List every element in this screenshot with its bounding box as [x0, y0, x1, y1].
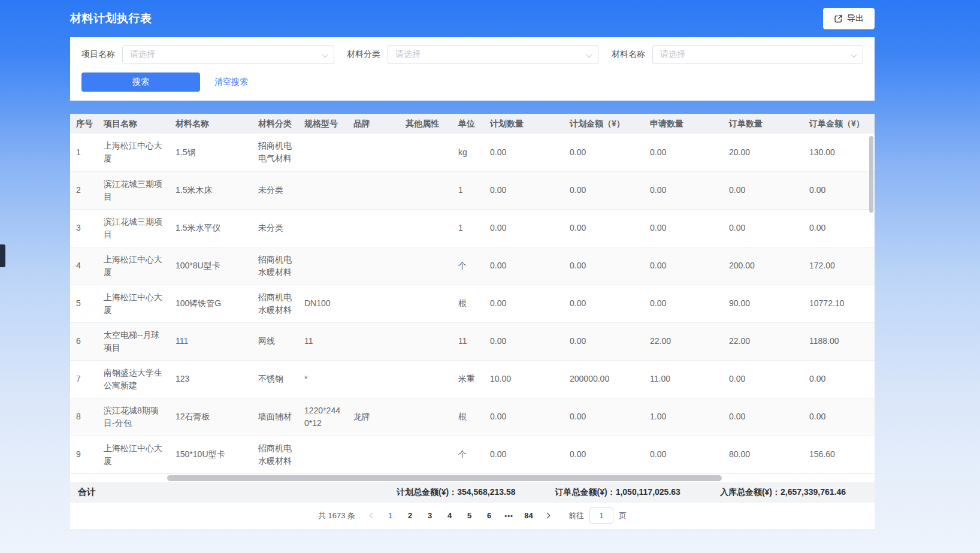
column-header: 单位	[452, 114, 484, 134]
column-header: 申请数量	[644, 114, 723, 134]
project-name-placeholder: 请选择	[130, 49, 155, 60]
column-header: 材料分类	[252, 114, 298, 134]
table-cell: 0.00	[564, 436, 644, 473]
summary-items: 计划总金额(¥)：354,568,213.58 订单总金额(¥)：1,050,1…	[397, 487, 846, 498]
material-category-select[interactable]: 请选择	[388, 45, 598, 64]
table-row: 5上海松江中心大厦100铸铁管G招商机电水暖材料DN100根0.000.000.…	[70, 285, 875, 322]
table-cell	[298, 134, 347, 171]
page-title: 材料计划执行表	[70, 11, 152, 26]
project-name-select[interactable]: 请选择	[122, 45, 334, 64]
table-cell: 0.00	[564, 247, 644, 285]
pagination-page-4[interactable]: 4	[440, 507, 459, 524]
table-row: 9上海松江中心大厦150*10U型卡招商机电水暖材料个0.000.000.008…	[70, 436, 875, 473]
table-cell: DN100	[298, 285, 347, 322]
inbound-total-amount: 入库总金额(¥)：2,657,339,761.46	[720, 487, 846, 498]
pagination-page-3[interactable]: 3	[420, 507, 440, 524]
table-cell: kg	[452, 134, 484, 171]
previous-page-button[interactable]	[364, 507, 380, 524]
table-cell: 0.00	[803, 398, 875, 436]
column-header: 品牌	[347, 114, 400, 134]
column-header: 规格型号	[298, 114, 347, 134]
vertical-scrollbar-thumb[interactable]	[869, 136, 873, 213]
table-cell: 个	[452, 436, 484, 473]
table-cell: 招商机电水暖材料	[252, 247, 298, 285]
table-cell: 0.00	[484, 134, 564, 171]
table-cell: 0.00	[723, 209, 803, 247]
table-cell: 200000.00	[564, 360, 644, 398]
page-suffix-label: 页	[619, 510, 627, 521]
results-panel: 序号项目名称材料名称材料分类规格型号品牌其他属性单位计划数量计划金额（¥）申请数…	[70, 114, 875, 529]
table-cell: 100铸铁管G	[170, 285, 252, 322]
table-cell: 0.00	[644, 285, 723, 322]
table-cell: 未分类	[252, 209, 298, 247]
table-cell	[400, 134, 452, 171]
table-cell	[400, 322, 452, 360]
table-cell: 20.00	[723, 134, 803, 171]
table-cell	[347, 322, 400, 360]
table-cell	[298, 247, 347, 285]
next-page-button[interactable]	[539, 507, 555, 524]
table-cell: 墙面辅材	[252, 398, 298, 436]
table-cell: 0.00	[723, 171, 803, 209]
table-cell: 1.5米木床	[170, 171, 252, 209]
table-cell: 1.5钢	[170, 134, 252, 171]
pagination-page-84[interactable]: 84	[519, 507, 539, 524]
pagination-page-5[interactable]: 5	[459, 507, 479, 524]
export-icon	[834, 14, 843, 23]
table-cell: 0.00	[644, 209, 723, 247]
table-cell: 100*8U型卡	[170, 247, 252, 285]
summary-total-label: 合计	[78, 486, 96, 498]
table-cell: 22.00	[723, 322, 803, 360]
clear-search-link[interactable]: 清空搜索	[214, 77, 248, 87]
table-cell: 0.00	[803, 209, 875, 247]
table-cell: 80.00	[723, 436, 803, 473]
pagination-page-2[interactable]: 2	[400, 507, 420, 524]
sidebar-collapse-handle[interactable]	[0, 244, 5, 267]
pagination-ellipsis[interactable]: •••	[499, 507, 519, 524]
table-cell: 4	[70, 247, 98, 285]
table-cell: *	[298, 360, 347, 398]
column-header: 计划金额（¥）	[564, 114, 644, 134]
export-button[interactable]: 导出	[823, 8, 875, 29]
table-cell: 0.00	[644, 247, 723, 285]
table-cell: 不锈钢	[252, 360, 298, 398]
table-cell: 0.00	[484, 398, 564, 436]
pagination-page-1[interactable]: 1	[380, 507, 400, 524]
filter-actions: 搜索 清空搜索	[81, 72, 863, 92]
table-cell: 米重	[452, 360, 484, 398]
table-cell: 0.00	[564, 398, 644, 436]
table-cell	[347, 247, 400, 285]
pagination-pages: 123456•••84	[380, 507, 539, 524]
table-cell: 200.00	[723, 247, 803, 285]
table-row: 7南钢盛达大学生公寓新建123不锈钢*米重10.00200000.0011.00…	[70, 360, 875, 398]
table-cell: 3	[70, 209, 98, 247]
table-cell: 1	[70, 134, 98, 171]
table-cell: 0.00	[564, 285, 644, 322]
column-header: 序号	[70, 114, 98, 134]
chevron-down-icon	[586, 51, 592, 58]
table-cell: 滨江花城三期项目	[98, 209, 170, 247]
pagination-page-6[interactable]: 6	[479, 507, 499, 524]
search-button[interactable]: 搜索	[81, 72, 200, 92]
table-cell: 22.00	[644, 322, 723, 360]
table-cell: 招商机电水暖材料	[252, 285, 298, 322]
table-row: 4上海松江中心大厦100*8U型卡招商机电水暖材料个0.000.000.0020…	[70, 247, 875, 285]
chevron-down-icon	[322, 51, 328, 58]
table-cell: 11.00	[644, 360, 723, 398]
table-cell	[347, 209, 400, 247]
goto-page: 前往 页	[568, 507, 627, 524]
column-header: 计划数量	[484, 114, 564, 134]
material-category-placeholder: 请选择	[395, 49, 421, 60]
table-cell: 0.00	[564, 134, 644, 171]
column-header: 订单数量	[723, 114, 803, 134]
project-name-label: 项目名称	[81, 49, 115, 60]
horizontal-scrollbar-thumb[interactable]	[167, 475, 722, 481]
plan-total-amount: 计划总金额(¥)：354,568,213.58	[397, 487, 515, 498]
table-cell: 0.00	[644, 436, 723, 473]
table-cell: 150*10U型卡	[170, 436, 252, 473]
table-cell: 1	[452, 171, 484, 209]
goto-page-input[interactable]	[589, 507, 613, 524]
material-name-label: 材料名称	[612, 49, 645, 60]
material-name-select[interactable]: 请选择	[652, 45, 863, 64]
table-cell: 0.00	[803, 171, 875, 209]
